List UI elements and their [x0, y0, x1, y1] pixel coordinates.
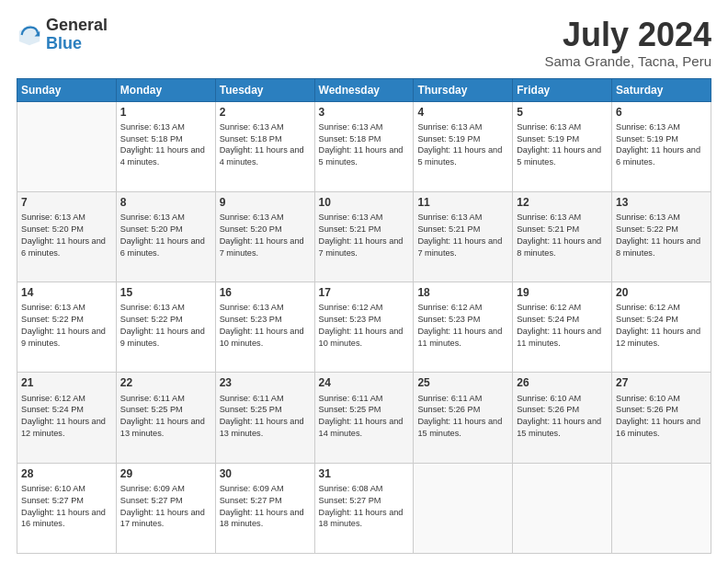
table-row: 5Sunrise: 6:13 AMSunset: 5:19 PMDaylight…	[513, 101, 612, 191]
cell-sunrise: Sunrise: 6:12 AM	[417, 303, 482, 312]
cell-daylight: Daylight: 11 hours and 7 minutes.	[220, 236, 304, 258]
table-row: 18Sunrise: 6:12 AMSunset: 5:23 PMDayligh…	[414, 282, 513, 373]
cell-sunset: Sunset: 5:23 PM	[220, 315, 282, 324]
day-number: 6	[616, 105, 707, 120]
cell-daylight: Daylight: 11 hours and 9 minutes.	[21, 327, 106, 348]
cell-sunrise: Sunrise: 6:13 AM	[616, 122, 680, 132]
cell-daylight: Daylight: 11 hours and 15 minutes.	[417, 417, 502, 438]
cell-sunrise: Sunrise: 6:09 AM	[120, 484, 185, 493]
day-number: 24	[319, 375, 410, 390]
logo-general-text: General	[46, 17, 108, 35]
day-number: 21	[21, 375, 112, 390]
table-row: 25Sunrise: 6:11 AMSunset: 5:26 PMDayligh…	[414, 373, 513, 463]
cell-daylight: Daylight: 11 hours and 18 minutes.	[319, 508, 404, 529]
cell-sunset: Sunset: 5:18 PM	[120, 134, 183, 144]
cell-sunrise: Sunrise: 6:11 AM	[417, 394, 482, 403]
cell-sunset: Sunset: 5:25 PM	[220, 405, 282, 414]
col-sunday: Sunday	[17, 78, 117, 101]
table-row	[17, 101, 117, 191]
cell-daylight: Daylight: 11 hours and 13 minutes.	[120, 417, 205, 438]
cell-sunrise: Sunrise: 6:11 AM	[120, 394, 185, 403]
table-row: 28Sunrise: 6:10 AMSunset: 5:27 PMDayligh…	[17, 463, 117, 553]
cell-sunrise: Sunrise: 6:12 AM	[616, 303, 680, 312]
logo: General Blue	[17, 17, 108, 53]
cell-daylight: Daylight: 11 hours and 8 minutes.	[616, 236, 700, 258]
cell-daylight: Daylight: 11 hours and 7 minutes.	[319, 236, 404, 258]
table-row: 14Sunrise: 6:13 AMSunset: 5:22 PMDayligh…	[17, 282, 117, 373]
cell-daylight: Daylight: 11 hours and 4 minutes.	[220, 145, 304, 167]
cell-sunset: Sunset: 5:27 PM	[319, 496, 381, 505]
day-number: 12	[517, 195, 608, 210]
cell-sunset: Sunset: 5:18 PM	[220, 134, 282, 144]
table-row: 23Sunrise: 6:11 AMSunset: 5:25 PMDayligh…	[215, 373, 314, 463]
cell-sunrise: Sunrise: 6:13 AM	[21, 213, 85, 222]
day-number: 16	[220, 285, 311, 300]
cell-sunset: Sunset: 5:22 PM	[120, 315, 183, 324]
cell-daylight: Daylight: 11 hours and 11 minutes.	[417, 327, 502, 348]
day-number: 20	[616, 285, 707, 300]
cell-sunrise: Sunrise: 6:13 AM	[616, 213, 680, 222]
table-row	[414, 463, 513, 553]
table-row: 9Sunrise: 6:13 AMSunset: 5:20 PMDaylight…	[215, 191, 314, 282]
cell-sunrise: Sunrise: 6:12 AM	[319, 303, 383, 312]
cell-sunset: Sunset: 5:26 PM	[417, 405, 480, 414]
cell-sunrise: Sunrise: 6:13 AM	[517, 122, 581, 132]
day-number: 9	[220, 195, 311, 210]
col-tuesday: Tuesday	[215, 78, 314, 101]
cell-sunset: Sunset: 5:23 PM	[417, 315, 480, 324]
month-title: July 2024	[545, 17, 712, 53]
cell-daylight: Daylight: 11 hours and 5 minutes.	[417, 145, 502, 167]
table-row: 4Sunrise: 6:13 AMSunset: 5:19 PMDaylight…	[414, 101, 513, 191]
cell-daylight: Daylight: 11 hours and 5 minutes.	[319, 145, 404, 167]
day-number: 8	[120, 195, 211, 210]
day-number: 30	[220, 466, 311, 481]
table-row: 22Sunrise: 6:11 AMSunset: 5:25 PMDayligh…	[116, 373, 215, 463]
day-number: 1	[120, 105, 211, 120]
cell-sunset: Sunset: 5:27 PM	[21, 496, 84, 505]
table-row: 16Sunrise: 6:13 AMSunset: 5:23 PMDayligh…	[215, 282, 314, 373]
cell-sunset: Sunset: 5:26 PM	[517, 405, 579, 414]
col-friday: Friday	[513, 78, 612, 101]
day-number: 27	[616, 375, 707, 390]
page: General Blue July 2024 Sama Grande, Tacn…	[0, 0, 728, 563]
day-number: 29	[120, 466, 211, 481]
table-row: 8Sunrise: 6:13 AMSunset: 5:20 PMDaylight…	[116, 191, 215, 282]
day-number: 2	[220, 105, 311, 120]
cell-sunrise: Sunrise: 6:10 AM	[616, 394, 680, 403]
table-row: 15Sunrise: 6:13 AMSunset: 5:22 PMDayligh…	[116, 282, 215, 373]
cell-sunrise: Sunrise: 6:13 AM	[120, 213, 185, 222]
cell-daylight: Daylight: 11 hours and 6 minutes.	[120, 236, 205, 258]
day-number: 14	[21, 285, 112, 300]
cell-sunrise: Sunrise: 6:13 AM	[120, 303, 185, 312]
cell-sunrise: Sunrise: 6:13 AM	[417, 122, 482, 132]
col-monday: Monday	[116, 78, 215, 101]
day-number: 15	[120, 285, 211, 300]
table-row	[612, 463, 711, 553]
logo-icon	[17, 22, 42, 48]
day-number: 17	[319, 285, 410, 300]
cell-sunset: Sunset: 5:19 PM	[417, 134, 480, 144]
day-number: 26	[517, 375, 608, 390]
cell-daylight: Daylight: 11 hours and 9 minutes.	[120, 327, 205, 348]
cell-sunset: Sunset: 5:20 PM	[220, 224, 282, 234]
title-area: July 2024 Sama Grande, Tacna, Peru	[545, 17, 712, 69]
table-row: 6Sunrise: 6:13 AMSunset: 5:19 PMDaylight…	[612, 101, 711, 191]
cell-daylight: Daylight: 11 hours and 4 minutes.	[120, 145, 205, 167]
table-row	[513, 463, 612, 553]
table-row: 21Sunrise: 6:12 AMSunset: 5:24 PMDayligh…	[17, 373, 117, 463]
day-number: 3	[319, 105, 410, 120]
day-number: 10	[319, 195, 410, 210]
table-row: 2Sunrise: 6:13 AMSunset: 5:18 PMDaylight…	[215, 101, 314, 191]
cell-daylight: Daylight: 11 hours and 7 minutes.	[417, 236, 502, 258]
table-row: 12Sunrise: 6:13 AMSunset: 5:21 PMDayligh…	[513, 191, 612, 282]
location: Sama Grande, Tacna, Peru	[545, 53, 712, 69]
table-row: 27Sunrise: 6:10 AMSunset: 5:26 PMDayligh…	[612, 373, 711, 463]
table-row: 3Sunrise: 6:13 AMSunset: 5:18 PMDaylight…	[314, 101, 414, 191]
cell-daylight: Daylight: 11 hours and 12 minutes.	[616, 327, 700, 348]
cell-sunrise: Sunrise: 6:13 AM	[319, 122, 383, 132]
table-row: 30Sunrise: 6:09 AMSunset: 5:27 PMDayligh…	[215, 463, 314, 553]
table-row: 11Sunrise: 6:13 AMSunset: 5:21 PMDayligh…	[414, 191, 513, 282]
cell-sunset: Sunset: 5:25 PM	[120, 405, 183, 414]
cell-sunset: Sunset: 5:27 PM	[220, 496, 282, 505]
header: General Blue July 2024 Sama Grande, Tacn…	[17, 17, 711, 69]
